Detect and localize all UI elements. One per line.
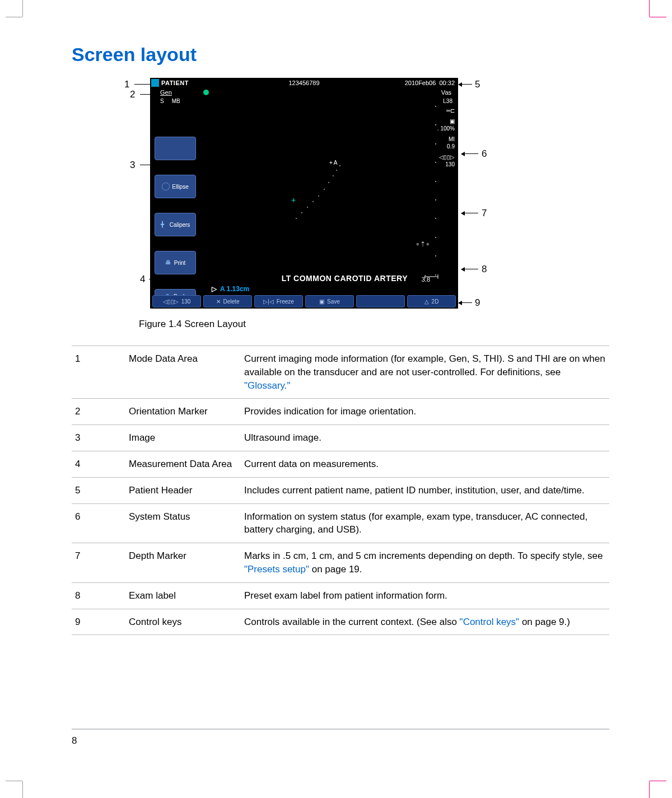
callout-3: 3: [130, 160, 135, 171]
page-number: 8: [72, 735, 77, 746]
compass-icon: ∘⇡∘: [416, 240, 430, 248]
crop-mark: [649, 781, 650, 798]
page-footer: 8: [72, 729, 609, 746]
row-term: Measurement Data Area: [129, 451, 244, 477]
logo-icon: [151, 79, 159, 87]
table-row: 5Patient HeaderIncludes current patient …: [72, 477, 609, 503]
row-term: Control keys: [129, 609, 244, 635]
row-desc: Information on system status (for exampl…: [244, 503, 609, 543]
plug-icon: ═⊏: [429, 107, 455, 114]
crop-mark: [6, 17, 22, 17]
caliper-label-a: A: [329, 160, 338, 166]
ellipse-button[interactable]: Ellipse: [155, 175, 196, 198]
row-number: 2: [72, 399, 129, 425]
row-term: Mode Data Area: [129, 346, 244, 399]
header-datetime: 2010Feb06 00:32: [405, 80, 455, 86]
freeze-icon: ▷|◁: [263, 298, 274, 305]
callout-8: 8: [482, 264, 487, 275]
control-save[interactable]: ▣Save: [305, 295, 354, 307]
control-blank[interactable]: [356, 295, 405, 307]
row-desc: Ultrasound image.: [244, 425, 609, 451]
row-desc: Current data on measurements.: [244, 451, 609, 477]
callout-1: 1: [124, 79, 129, 90]
calipers-icon: ╋: [161, 221, 167, 228]
cross-ref-link[interactable]: "Glossary.": [244, 380, 291, 391]
table-row: 6System StatusInformation on system stat…: [72, 503, 609, 543]
row-number: 5: [72, 477, 129, 503]
row-term: Orientation Marker: [129, 399, 244, 425]
cross-icon: +: [291, 195, 296, 204]
row-desc: Preset exam label from patient informati…: [244, 582, 609, 609]
measurement-data: ▷A 1.13cm: [212, 285, 249, 293]
table-row: 4Measurement Data AreaCurrent data on me…: [72, 451, 609, 477]
row-term: System Status: [129, 503, 244, 543]
control-delete[interactable]: ✕Delete: [203, 295, 252, 307]
table-row: 2Orientation MarkerProvides indication f…: [72, 399, 609, 425]
callout-6: 6: [482, 148, 487, 160]
crop-mark: [22, 781, 23, 798]
save-icon: ▣: [429, 118, 455, 125]
crop-mark: [6, 781, 22, 781]
mode-row: Gen Vas: [150, 88, 458, 97]
exam-type: Vas: [441, 89, 451, 96]
control-bar: ◁▯▯▷130 ✕Delete ▷|◁Freeze ▣Save △2D: [150, 295, 458, 309]
patient-id: 123456789: [288, 80, 319, 86]
mode-mb: MB: [172, 98, 180, 104]
row-number: 3: [72, 425, 129, 451]
save-icon: ▣: [319, 298, 324, 305]
row-term: Exam label: [129, 582, 244, 609]
triangle-icon: △: [424, 298, 429, 305]
arrow: [461, 269, 478, 269]
row-term: Depth Marker: [129, 543, 244, 583]
orientation-marker-icon: [203, 90, 209, 95]
arrow: [461, 153, 478, 154]
row-desc: Controls available in the current contex…: [244, 609, 609, 635]
table-row: 9Control keysControls available in the c…: [72, 609, 609, 635]
x-icon: ✕: [216, 298, 221, 305]
left-buttons: Ellipse ╋ Calipers 🖶 Print ↶ Back: [155, 137, 196, 304]
row-desc: Current imaging mode information (for ex…: [244, 346, 609, 399]
transducer: L38: [443, 98, 452, 104]
ultrasound-image: [290, 162, 357, 229]
table-row: 3ImageUltrasound image.: [72, 425, 609, 451]
layout-table: 1Mode Data AreaCurrent imaging mode info…: [72, 346, 609, 635]
control-depth[interactable]: ◁▯▯▷130: [152, 295, 201, 307]
row-term: Patient Header: [129, 477, 244, 503]
patient-header: PATIENT 123456789 2010Feb06 00:32: [150, 78, 458, 88]
calipers-button[interactable]: ╋ Calipers: [155, 213, 196, 236]
figure-caption: Figure 1.4 Screen Layout: [139, 319, 587, 330]
row-number: 6: [72, 503, 129, 543]
mode-s: S: [160, 98, 164, 104]
depth-arrows-icon: ◁▯▯▷: [429, 153, 455, 161]
system-status: ═⊏ ▣ . 100% MI 0.9 ◁▯▯▷ 130: [429, 107, 455, 168]
blank-button[interactable]: [155, 137, 196, 160]
table-row: 8Exam labelPreset exam label from patien…: [72, 582, 609, 609]
print-button[interactable]: 🖶 Print: [155, 251, 196, 274]
pct: . 100%: [429, 125, 455, 132]
patient-name: PATIENT: [161, 80, 189, 86]
depth-value: 130: [429, 161, 455, 168]
row-number: 8: [72, 582, 129, 609]
arrow: [459, 84, 472, 85]
callout-9: 9: [475, 297, 480, 309]
callout-4: 4: [140, 274, 145, 285]
crop-mark: [649, 0, 650, 17]
callout-5: 5: [475, 79, 480, 90]
row-desc: Marks in .5 cm, 1 cm, and 5 cm increment…: [244, 543, 609, 583]
exam-label: LT COMMON CAROTID ARTERY: [282, 274, 408, 283]
mi-label: MI: [429, 136, 455, 143]
arrows-icon: ◁▯▯▷: [163, 298, 179, 305]
control-2d[interactable]: △2D: [407, 295, 456, 307]
row-number: 7: [72, 543, 129, 583]
depth-ticks: [435, 106, 436, 293]
row-number: 9: [72, 609, 129, 635]
row-desc: Provides indication for image orientatio…: [244, 399, 609, 425]
cross-ref-link[interactable]: "Presets setup": [244, 564, 309, 575]
crop-mark: [22, 0, 23, 17]
figure: 1 2 3 4 5 6 7 8 9 PATIENT 123456789 2010…: [105, 78, 587, 330]
cross-ref-link[interactable]: "Control keys": [460, 617, 520, 627]
control-freeze[interactable]: ▷|◁Freeze: [254, 295, 303, 307]
row-number: 4: [72, 451, 129, 477]
crop-mark: [650, 781, 666, 781]
callout-7: 7: [482, 208, 487, 219]
